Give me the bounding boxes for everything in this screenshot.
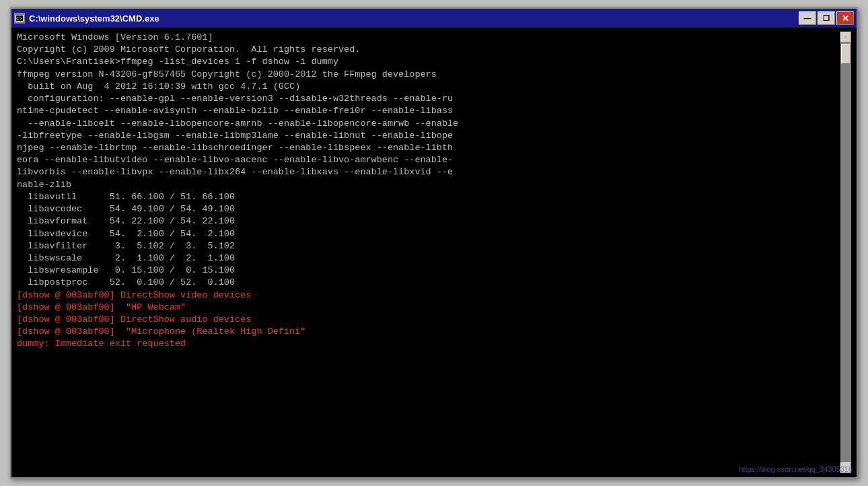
terminal-line: nable-zlib xyxy=(17,179,840,191)
terminal-line: [dshow @ 003abf00] "Microphone (Realtek … xyxy=(17,326,840,338)
minimize-button[interactable]: — xyxy=(799,11,816,25)
watermark: https://blog.csdn.net/qq_34305316 xyxy=(739,464,853,475)
close-button[interactable]: ✕ xyxy=(836,11,854,25)
terminal-line: built on Aug 4 2012 16:10:39 with gcc 4.… xyxy=(17,81,840,93)
terminal-line: ffmpeg version N-43206-gf857465 Copyrigh… xyxy=(17,69,840,81)
terminal-line: [dshow @ 003abf00] DirectShow video devi… xyxy=(17,289,840,302)
scroll-up-button[interactable]: ▲ xyxy=(840,32,851,42)
terminal-line: --enable-libcelt --enable-libopencore-am… xyxy=(17,118,840,130)
terminal-line: eora --enable-libutvideo --enable-libvo-… xyxy=(17,154,840,166)
window-title: C:\windows\system32\CMD.exe xyxy=(29,13,159,24)
title-bar: C:\windows\system32\CMD.exe — ❐ ✕ xyxy=(11,9,857,28)
terminal-line: [dshow @ 003abf00] "HP Webcam" xyxy=(17,302,840,314)
terminal-line: [dshow @ 003abf00] DirectShow audio devi… xyxy=(17,314,840,326)
maximize-button[interactable]: ❐ xyxy=(818,11,835,25)
terminal-line: libavformat 54. 22.100 / 54. 22.100 xyxy=(17,215,840,228)
cmd-window: C:\windows\system32\CMD.exe — ❐ ✕ Micros… xyxy=(10,7,858,479)
terminal-body: Microsoft Windows [Version 6.1.7601]Copy… xyxy=(11,28,857,477)
window-controls: — ❐ ✕ xyxy=(799,11,854,25)
terminal-line: libswscale 2. 1.100 / 2. 1.100 xyxy=(17,252,840,265)
cmd-icon-inner xyxy=(15,15,24,22)
cmd-icon xyxy=(14,13,25,24)
terminal-line: -libfreetype --enable-libgsm --enable-li… xyxy=(17,130,840,142)
scrollbar-track xyxy=(840,42,851,462)
terminal-line: C:\Users\Frantisek>ffmpeg -list_devices … xyxy=(17,56,840,68)
terminal-line: dummy: Immediate exit requested xyxy=(17,338,840,350)
terminal-line: libavutil 51. 66.100 / 51. 66.100 xyxy=(17,191,840,203)
title-bar-left: C:\windows\system32\CMD.exe xyxy=(14,13,159,24)
terminal-content: Microsoft Windows [Version 6.1.7601]Copy… xyxy=(17,32,840,473)
terminal-line: libavfilter 3. 5.102 / 3. 5.102 xyxy=(17,240,840,252)
terminal-line: njpeg --enable-librtmp --enable-libschro… xyxy=(17,142,840,154)
terminal-line: ntime-cpudetect --enable-avisynth --enab… xyxy=(17,105,840,117)
scrollbar-thumb[interactable] xyxy=(841,44,851,64)
terminal-line: libavdevice 54. 2.100 / 54. 2.100 xyxy=(17,228,840,240)
scrollbar[interactable]: ▲ ▼ xyxy=(840,32,851,473)
terminal-line: Microsoft Windows [Version 6.1.7601] xyxy=(17,32,840,44)
terminal-line: libpostproc 52. 0.100 / 52. 0.100 xyxy=(17,277,840,289)
terminal-line: libswresample 0. 15.100 / 0. 15.100 xyxy=(17,265,840,277)
terminal-line: Copyright (c) 2009 Microsoft Corporation… xyxy=(17,44,840,56)
terminal-line: libvorbis --enable-libvpx --enable-libx2… xyxy=(17,166,840,178)
terminal-line: libavcodec 54. 49.100 / 54. 49.100 xyxy=(17,203,840,215)
terminal-line: configuration: --enable-gpl --enable-ver… xyxy=(17,93,840,105)
